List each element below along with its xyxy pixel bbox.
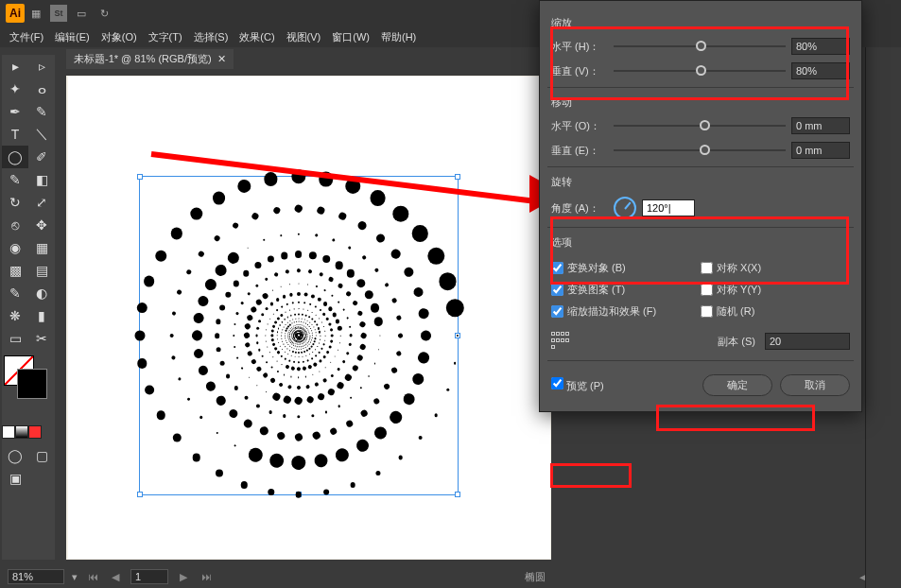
- rotate-angle-label: 角度 (A)：: [551, 201, 608, 216]
- scale-h-input[interactable]: [791, 38, 850, 55]
- copies-label: 副本 (S): [718, 335, 755, 349]
- zoom-dropdown-icon[interactable]: ▾: [72, 571, 78, 583]
- artboard-nav-input[interactable]: 1: [130, 569, 168, 584]
- stroke-swatch[interactable]: [17, 369, 47, 399]
- draw-mode-icon[interactable]: ◯: [2, 444, 28, 467]
- menu-type[interactable]: 文字(T): [143, 30, 188, 44]
- first-artboard-icon[interactable]: ⏮: [85, 569, 100, 584]
- transform-each-dialog: 缩放 水平 (H)： 垂直 (V)： 移动 水平 (O)： 垂直 (E)： 旋转…: [539, 0, 862, 412]
- options-section-title: 选项: [551, 235, 850, 250]
- toolbox: ▸▹ ✦ⴰ ✒✎ T＼ ◯✐ ✎◧ ↻⤢ ⎋✥ ◉▦ ▩▤ ✎◐ ❋▮ ▭✂ ◯…: [2, 55, 55, 560]
- app-logo: Ai: [6, 4, 25, 23]
- chk-random[interactable]: 随机 (R): [701, 304, 850, 319]
- menu-select[interactable]: 选择(S): [188, 30, 234, 44]
- change-screen-icon[interactable]: ▣: [2, 467, 28, 490]
- stock-icon[interactable]: St: [50, 5, 67, 22]
- line-tool-icon[interactable]: ＼: [28, 123, 55, 146]
- color-mode-swatches[interactable]: [2, 425, 55, 439]
- zoom-select[interactable]: 81%: [8, 569, 64, 584]
- close-tab-icon[interactable]: ✕: [217, 53, 226, 65]
- move-section-title: 移动: [551, 95, 850, 110]
- eyedropper-tool-icon[interactable]: ✎: [2, 282, 28, 304]
- menu-help[interactable]: 帮助(H): [375, 30, 422, 44]
- canvas[interactable]: [66, 76, 551, 560]
- chk-preview[interactable]: 预览 (P): [551, 377, 604, 393]
- scale-h-slider[interactable]: [614, 41, 786, 52]
- slice-tool-icon[interactable]: ✂: [28, 327, 55, 350]
- document-tab[interactable]: 未标题-1* @ 81% (RGB/预览) ✕: [66, 49, 234, 69]
- move-h-input[interactable]: [791, 117, 850, 134]
- menu-file[interactable]: 文件(F): [4, 30, 49, 44]
- ellipse-tool-icon[interactable]: ◯: [2, 146, 28, 168]
- sync-icon[interactable]: ↻: [95, 5, 113, 22]
- direct-select-tool-icon[interactable]: ▹: [28, 55, 55, 78]
- pen-tool-icon[interactable]: ✒: [2, 100, 28, 123]
- move-h-slider[interactable]: [614, 120, 786, 131]
- scale-tool-icon[interactable]: ⤢: [28, 191, 55, 214]
- mesh-tool-icon[interactable]: ▩: [2, 259, 28, 282]
- move-h-label: 水平 (O)：: [551, 119, 608, 133]
- wand-tool-icon[interactable]: ✦: [2, 78, 28, 100]
- angle-dial-icon[interactable]: [614, 197, 636, 219]
- highlight-copies: [656, 405, 815, 431]
- move-v-label: 垂直 (E)：: [551, 144, 608, 158]
- artboard-tool-icon[interactable]: ▭: [2, 327, 28, 350]
- artboard: [68, 77, 550, 559]
- bridge-icon[interactable]: ▦: [27, 5, 44, 22]
- scale-v-label: 垂直 (V)：: [551, 64, 608, 78]
- symbol-tool-icon[interactable]: ❋: [2, 304, 28, 327]
- rotate-angle-input[interactable]: [642, 199, 695, 216]
- tab-title: 未标题-1* @ 81% (RGB/预览): [74, 52, 212, 66]
- next-artboard-icon[interactable]: ▶: [176, 569, 191, 584]
- arrange-icon[interactable]: ▭: [73, 5, 90, 22]
- copies-input[interactable]: [765, 333, 850, 350]
- chk-reflect-x[interactable]: 对称 X(X): [701, 261, 850, 275]
- ok-button[interactable]: 确定: [702, 374, 772, 396]
- color-controls[interactable]: [2, 354, 55, 405]
- chk-reflect-y[interactable]: 对称 Y(Y): [701, 283, 850, 297]
- shaper-tool-icon[interactable]: ✎: [2, 168, 28, 191]
- scale-v-input[interactable]: [791, 62, 850, 79]
- graph-tool-icon[interactable]: ▮: [28, 304, 55, 327]
- eraser-tool-icon[interactable]: ◧: [28, 168, 55, 191]
- selection-bounds[interactable]: [139, 176, 459, 495]
- chk-scale-strokes[interactable]: 缩放描边和效果 (F): [551, 304, 701, 319]
- menu-view[interactable]: 视图(V): [281, 30, 327, 44]
- gradient-tool-icon[interactable]: ▤: [28, 259, 55, 282]
- cancel-button[interactable]: 取消: [780, 374, 850, 396]
- last-artboard-icon[interactable]: ⏭: [199, 569, 214, 584]
- curvature-tool-icon[interactable]: ✎: [28, 100, 55, 123]
- brush-tool-icon[interactable]: ✐: [28, 146, 55, 168]
- selection-tool-icon[interactable]: ▸: [2, 55, 28, 78]
- chk-transform-patterns[interactable]: 变换图案 (T): [551, 283, 701, 297]
- rotate-section-title: 旋转: [551, 175, 850, 189]
- tab-bar: 未标题-1* @ 81% (RGB/预览) ✕: [66, 47, 234, 70]
- width-tool-icon[interactable]: ⎋: [2, 214, 28, 236]
- lasso-tool-icon[interactable]: ⴰ: [28, 78, 55, 100]
- menu-window[interactable]: 窗口(W): [326, 30, 375, 44]
- status-bar: 81% ▾ ⏮ ◀ 1 ▶ ⏭ 椭圆 ◀ ▶: [0, 565, 901, 588]
- type-tool-icon[interactable]: T: [2, 123, 28, 146]
- shape-builder-icon[interactable]: ◉: [2, 236, 28, 259]
- anchor-grid-icon[interactable]: [551, 332, 570, 351]
- right-collapsed-panel[interactable]: [865, 47, 901, 588]
- perspective-icon[interactable]: ▦: [28, 236, 55, 259]
- menu-object[interactable]: 对象(O): [95, 30, 143, 44]
- prev-artboard-icon[interactable]: ◀: [108, 569, 123, 584]
- move-v-slider[interactable]: [614, 145, 786, 156]
- current-tool-label: 椭圆: [221, 570, 848, 584]
- free-transform-icon[interactable]: ✥: [28, 214, 55, 236]
- menu-edit[interactable]: 编辑(E): [49, 30, 95, 44]
- screen-mode-icon[interactable]: ▢: [28, 444, 55, 467]
- chk-transform-objects[interactable]: 变换对象 (B): [551, 261, 701, 275]
- menu-effect[interactable]: 效果(C): [234, 30, 280, 44]
- scale-h-label: 水平 (H)：: [551, 40, 608, 54]
- highlight-preview: [550, 463, 632, 488]
- rotate-tool-icon[interactable]: ↻: [2, 191, 28, 214]
- blend-tool-icon[interactable]: ◐: [28, 282, 55, 304]
- move-v-input[interactable]: [791, 142, 850, 159]
- scale-v-slider[interactable]: [614, 65, 786, 77]
- scale-section-title: 缩放: [551, 16, 850, 30]
